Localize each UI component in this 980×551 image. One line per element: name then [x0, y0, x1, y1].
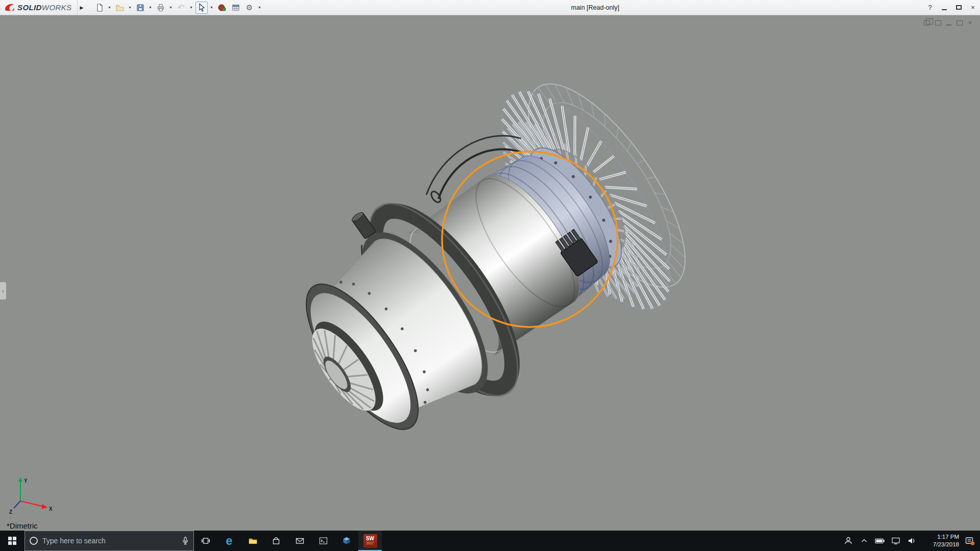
task-pane-collapse-tab[interactable]: ‹	[0, 282, 7, 300]
title-bar: SOLIDWORKS ▶ ▾ ▾	[0, 0, 980, 15]
view-orientation-label: *Dimetric	[7, 521, 38, 530]
network-status[interactable]	[890, 531, 902, 551]
network-icon	[891, 537, 900, 545]
search-input[interactable]	[42, 537, 177, 545]
action-center-button[interactable]	[964, 531, 976, 551]
mail-button[interactable]	[288, 531, 311, 551]
new-document-icon	[95, 3, 104, 12]
triad-y-label: Y	[24, 478, 28, 484]
file-explorer-button[interactable]	[241, 531, 264, 551]
solidworks-app-button[interactable]: SW 2017	[358, 531, 382, 551]
window-controls: ? ×	[923, 0, 980, 15]
viewport: × ‹ Y X Z *Dimetric	[0, 15, 980, 531]
print-icon	[156, 3, 165, 12]
triad-z-label: Z	[9, 509, 12, 515]
tile-window-icon[interactable]	[935, 20, 941, 26]
battery-icon	[875, 537, 885, 545]
taskbar-search[interactable]	[24, 531, 194, 551]
clock-date: 7/23/2018	[921, 541, 959, 548]
open-folder-icon	[115, 3, 125, 12]
store-button[interactable]	[264, 531, 288, 551]
new-document-button[interactable]	[93, 2, 106, 14]
close-button[interactable]: ×	[966, 0, 980, 15]
appearance-sphere-icon	[217, 3, 227, 12]
volume-status[interactable]	[905, 531, 918, 551]
document-window-controls: ×	[924, 19, 972, 26]
mail-envelope-icon	[295, 536, 305, 545]
minimize-button[interactable]	[937, 0, 951, 15]
taskbar-clock[interactable]: 1:17 PM 7/23/2018	[921, 533, 960, 548]
windows-taskbar: e	[0, 531, 980, 551]
undo-dropdown[interactable]: ▾	[189, 5, 194, 10]
new-document-dropdown[interactable]: ▾	[107, 5, 112, 10]
cortana-circle-icon	[29, 536, 38, 545]
open-document-button[interactable]	[114, 2, 126, 14]
windows-logo-icon	[8, 537, 16, 545]
doc-minimize-icon[interactable]	[946, 24, 951, 26]
select-tool-dropdown[interactable]: ▾	[209, 5, 214, 10]
doc-close-icon[interactable]: ×	[968, 19, 972, 26]
undo-button[interactable]: ↶	[175, 2, 187, 14]
system-tray: 1:17 PM 7/23/2018	[842, 531, 980, 551]
print-dropdown[interactable]: ▾	[168, 5, 174, 10]
save-dropdown[interactable]: ▾	[148, 5, 153, 10]
3d-model-canvas[interactable]	[0, 15, 980, 531]
quick-access-toolbar: ▾ ▾ ▾	[93, 0, 262, 15]
battery-status[interactable]	[874, 531, 886, 551]
new-window-icon[interactable]	[924, 20, 930, 26]
select-cursor-icon	[198, 3, 206, 12]
microphone-icon[interactable]	[181, 536, 189, 545]
clock-time: 1:17 PM	[921, 533, 959, 541]
shopping-bag-icon	[272, 536, 281, 545]
maximize-button[interactable]	[951, 0, 966, 15]
help-button[interactable]: ?	[923, 0, 937, 15]
tray-overflow-button[interactable]	[858, 531, 870, 551]
table-icon	[231, 3, 240, 12]
maximize-icon	[956, 5, 962, 10]
solidworks-logo-text: SOLIDWORKS	[17, 3, 72, 12]
doc-restore-icon[interactable]	[957, 20, 963, 26]
command-prompt-icon	[318, 536, 328, 545]
solidworks-app-icon: SW 2017	[363, 534, 377, 548]
edge-icon: e	[226, 535, 233, 547]
options-table-button[interactable]	[230, 2, 242, 14]
gear-icon: ⚙	[246, 4, 253, 11]
menu-flyout-arrow[interactable]: ▶	[77, 0, 86, 15]
save-button[interactable]	[134, 2, 146, 14]
settings-button[interactable]: ⚙	[243, 2, 256, 14]
solidworks-window: SOLIDWORKS ▶ ▾ ▾	[0, 0, 980, 551]
chevron-up-icon	[860, 537, 868, 545]
dassault-ds-logo-icon	[4, 3, 15, 12]
action-center-icon	[965, 536, 975, 546]
undo-icon: ↶	[178, 4, 184, 12]
notification-badge	[971, 541, 975, 545]
people-button[interactable]	[842, 531, 854, 551]
task-view-button[interactable]	[194, 531, 217, 551]
solidworks-logo: SOLIDWORKS	[0, 0, 77, 15]
minimize-icon	[942, 9, 947, 10]
speaker-icon	[907, 537, 916, 545]
print-button[interactable]	[155, 2, 167, 14]
save-floppy-icon	[136, 3, 145, 12]
start-button[interactable]	[0, 531, 24, 551]
settings-dropdown[interactable]: ▾	[257, 5, 262, 10]
edge-browser-button[interactable]: e	[217, 531, 241, 551]
task-view-icon	[201, 536, 210, 545]
document-title: main [Read-only]	[571, 0, 620, 15]
command-prompt-button[interactable]	[311, 531, 335, 551]
appearance-button[interactable]	[216, 2, 228, 14]
person-icon	[844, 536, 853, 545]
triad-x-label: X	[49, 506, 53, 512]
edrawings-button[interactable]	[335, 531, 358, 551]
orientation-triad[interactable]: Y X Z	[8, 474, 55, 515]
select-tool-button[interactable]	[195, 2, 208, 14]
file-explorer-icon	[248, 536, 258, 545]
open-document-dropdown[interactable]: ▾	[128, 5, 133, 10]
blue-cube-icon	[342, 536, 351, 545]
